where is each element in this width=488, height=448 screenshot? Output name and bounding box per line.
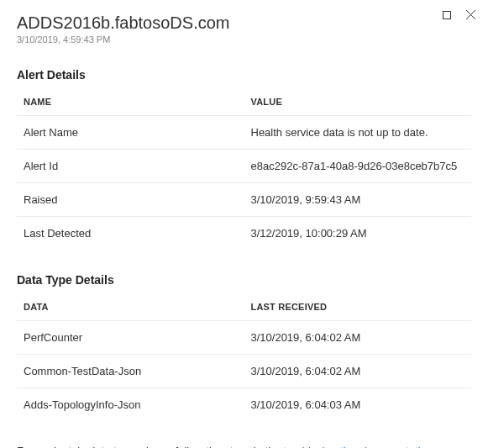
cell-data: Adds-TopologyInfo-Json (17, 388, 244, 422)
table-row: PerfCounter 3/10/2019, 6:04:02 AM (17, 321, 471, 355)
column-header-data: DATA (17, 293, 244, 321)
footnote-suffix: . (433, 445, 436, 448)
cell-value: Health service data is not up to date. (244, 116, 472, 150)
table-row: Alert Id e8ac292c-87a1-40a8-9d26-03e8ceb… (17, 150, 471, 183)
cell-value: e8ac292c-87a1-40a8-9d26-03e8ceb7b7c5 (244, 150, 472, 183)
restore-button[interactable] (441, 10, 453, 22)
table-row: Adds-TopologyInfo-Json 3/10/2019, 6:04:0… (17, 388, 471, 422)
table-row: Alert Name Health service data is not up… (17, 116, 471, 150)
column-header-name: NAME (17, 88, 244, 116)
close-button[interactable] (464, 10, 476, 22)
cell-name: Raised (17, 183, 244, 217)
column-header-last-received: LAST RECEIVED (244, 293, 472, 321)
alert-details-table: NAME VALUE Alert Name Health service dat… (17, 88, 471, 250)
table-row: Last Detected 3/12/2019, 10:00:29 AM (17, 217, 471, 250)
alert-details-heading: Alert Details (17, 68, 471, 82)
cell-value: 3/10/2019, 9:59:43 AM (244, 183, 472, 217)
cell-last-received: 3/10/2019, 6:04:03 AM (244, 388, 472, 422)
troubleshooting-link[interactable]: troubleshooting documentation (283, 445, 433, 448)
data-type-details-heading: Data Type Details (17, 273, 471, 287)
cell-value: 3/12/2019, 10:00:29 AM (244, 217, 472, 250)
cell-name: Last Detected (17, 217, 244, 250)
footnote-prefix: For each stale data type, please follow … (17, 445, 283, 448)
cell-last-received: 3/10/2019, 6:04:02 AM (244, 355, 472, 388)
panel-timestamp: 3/10/2019, 4:59:43 PM (17, 34, 471, 45)
close-icon (465, 9, 476, 23)
column-header-value: VALUE (244, 88, 472, 116)
cell-last-received: 3/10/2019, 6:04:02 AM (244, 321, 472, 355)
alert-detail-panel: ADDS2016b.fabtosoDS.com 3/10/2019, 4:59:… (0, 0, 488, 448)
window-controls (441, 10, 476, 22)
table-row: Raised 3/10/2019, 9:59:43 AM (17, 183, 471, 217)
svg-rect-0 (443, 11, 451, 18)
cell-name: Alert Name (17, 116, 244, 150)
panel-title: ADDS2016b.fabtosoDS.com (17, 13, 471, 33)
restore-icon (442, 10, 452, 23)
data-type-details-table: DATA LAST RECEIVED PerfCounter 3/10/2019… (17, 293, 471, 421)
footnote: For each stale data type, please follow … (17, 445, 471, 448)
cell-name: Alert Id (17, 150, 244, 183)
cell-data: PerfCounter (17, 321, 244, 355)
cell-data: Common-TestData-Json (17, 355, 244, 388)
table-row: Common-TestData-Json 3/10/2019, 6:04:02 … (17, 355, 471, 388)
